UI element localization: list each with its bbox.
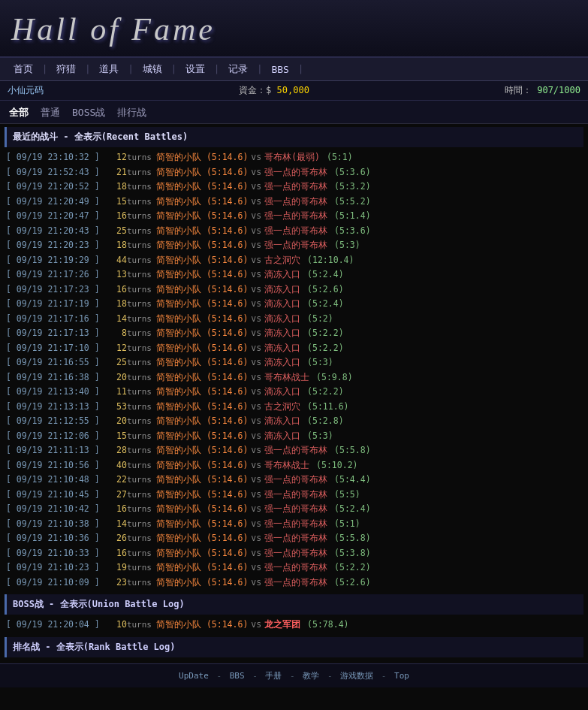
footer-sep: - [373, 671, 394, 681]
battle-row: [ 09/19 21:10:33 ] 16turns 简智的小队 (5:14.6… [5, 546, 583, 561]
battle-turns: 20turns [115, 371, 156, 385]
nav-sep-6: | [255, 64, 264, 74]
battle-vs: vs [248, 151, 264, 164]
nav-hunt[interactable]: 狩猎 [49, 61, 83, 77]
battle-team: 简智的小队 (5:14.6) [156, 239, 248, 252]
battle-turns: 16turns [115, 503, 156, 516]
battle-team: 简智的小队 (5:14.6) [156, 210, 248, 222]
battle-row: [ 09/19 21:20:43 ] 25turns 简智的小队 (5:14.6… [5, 224, 583, 239]
filter-boss[interactable]: BOSS战 [71, 105, 107, 120]
battle-enemy: 强一点的哥布林 [264, 473, 327, 486]
battle-score: (5:1.4) [329, 210, 370, 222]
battle-team: 简智的小队 (5:14.6) [156, 283, 248, 296]
battle-vs: vs [248, 313, 264, 325]
battle-vs: vs [248, 239, 264, 252]
footer-link-top[interactable]: Top [394, 671, 409, 681]
battle-vs: vs [248, 430, 264, 443]
battle-enemy: 强一点的哥布林 [264, 503, 327, 515]
battle-time: [ 09/19 21:10:42 ] [6, 503, 115, 515]
battle-row: [ 09/19 21:11:13 ] 28turns 简智的小队 (5:14.6… [5, 443, 583, 458]
battle-enemy: 哥布林战士 [264, 459, 309, 472]
battle-row: [ 09/19 21:17:19 ] 18turns 简智的小队 (5:14.6… [5, 297, 583, 312]
battle-row: [ 09/19 21:12:06 ] 15turns 简智的小队 (5:14.6… [5, 429, 583, 444]
page-title: Hall of Fame [11, 11, 216, 47]
footer-link-教学[interactable]: 教学 [303, 671, 319, 681]
battle-enemy: 哥布林战士 [264, 371, 309, 384]
battle-row: [ 09/19 21:19:29 ] 44turns 简智的小队 (5:14.6… [5, 253, 583, 268]
battle-time: [ 09/19 21:20:43 ] [6, 225, 115, 237]
battle-turns: 53turns [115, 400, 156, 414]
nav-sep-4: | [170, 64, 178, 74]
battle-row: [ 09/19 21:52:43 ] 21turns 简智的小队 (5:14.6… [5, 165, 583, 180]
battle-turns: 25turns [115, 356, 156, 370]
battle-score: (5:2.6) [302, 283, 343, 296]
battle-time: [ 09/19 21:20:04 ] [6, 618, 115, 631]
battle-enemy: 古之洞穴 [264, 254, 300, 267]
battle-enemy: 强一点的哥布林 [264, 518, 327, 530]
nav-sep-7: | [297, 64, 305, 74]
battle-score: (5:3) [302, 430, 333, 443]
battle-enemy: 强一点的哥布林 [264, 195, 327, 208]
footer-sep: - [319, 671, 340, 681]
battle-turns: 16turns [115, 210, 156, 223]
battle-enemy: 强一点的哥布林 [264, 166, 327, 179]
nav-sep-2: | [83, 64, 92, 74]
battle-time: [ 09/19 21:13:13 ] [6, 400, 115, 413]
nav-bbs[interactable]: BBS [264, 62, 296, 77]
battle-team: 简智的小队 (5:14.6) [156, 151, 248, 164]
battle-score: (5:3) [329, 239, 360, 252]
footer-link-手册[interactable]: 手册 [265, 671, 282, 681]
battle-enemy: 古之洞穴 [264, 400, 300, 413]
filter-normal[interactable]: 普通 [39, 105, 62, 120]
battle-score: (5:78.4) [302, 618, 348, 631]
battle-team: 简智的小队 (5:14.6) [156, 547, 248, 560]
battle-time: [ 09/19 23:10:32 ] [6, 151, 115, 164]
battle-time: [ 09/19 21:17:13 ] [6, 327, 115, 340]
battle-vs: vs [248, 618, 264, 631]
battle-team: 简智的小队 (5:14.6) [156, 430, 248, 443]
footer-link-游戏数据[interactable]: 游戏数据 [340, 671, 373, 681]
battle-enemy: 强一点的哥布林 [264, 180, 327, 193]
battle-time: [ 09/19 21:20:47 ] [6, 210, 115, 222]
filter-rank[interactable]: 排行战 [116, 105, 148, 120]
battle-vs: vs [248, 327, 264, 340]
battle-vs: vs [248, 356, 264, 369]
battle-time: [ 09/19 21:10:38 ] [6, 518, 115, 530]
nav-city[interactable]: 城镇 [135, 61, 170, 77]
battle-turns: 14turns [115, 313, 156, 326]
battle-team: 简智的小队 (5:14.6) [156, 313, 248, 325]
battle-vs: vs [248, 166, 264, 179]
battle-vs: vs [248, 547, 264, 560]
battle-enemy: 强一点的哥布林 [264, 576, 327, 589]
recent-header-text: 最近的战斗 - 全表示(Recent Battles) [13, 131, 188, 142]
battle-time: [ 09/19 21:10:36 ] [6, 532, 115, 545]
battle-row: [ 09/19 21:17:10 ] 12turns 简智的小队 (5:14.6… [5, 341, 583, 356]
battle-score: (5:4.4) [329, 473, 370, 486]
battle-turns: 18turns [115, 298, 156, 311]
battle-enemy: 滴冻入口 [264, 268, 300, 281]
footer-link-bbs[interactable]: BBS [230, 671, 245, 681]
battle-row: [ 09/19 21:17:16 ] 14turns 简智的小队 (5:14.6… [5, 312, 583, 327]
battle-time: [ 09/19 21:52:43 ] [6, 166, 115, 179]
recent-section-header: 最近的战斗 - 全表示(Recent Battles) [5, 127, 583, 147]
battle-vs: vs [248, 210, 264, 222]
battle-row: [ 09/19 23:10:32 ] 12turns 简智的小队 (5:14.6… [5, 150, 583, 165]
nav-items[interactable]: 道具 [92, 61, 126, 77]
battle-team: 简智的小队 (5:14.6) [156, 166, 248, 179]
nav-records[interactable]: 记录 [221, 61, 255, 77]
nav-home[interactable]: 首页 [6, 61, 41, 77]
battle-vs: vs [248, 459, 264, 472]
battle-time: [ 09/19 21:20:23 ] [6, 239, 115, 252]
battle-vs: vs [248, 473, 264, 486]
battle-enemy: 强一点的哥布林 [264, 210, 327, 222]
battle-score: (5:9.8) [311, 371, 352, 384]
username-display: 小仙元码 [8, 84, 44, 97]
battle-turns: 28turns [115, 444, 156, 458]
status-bar: 小仙元码 資金：$ 50,000 時間： 907/1000 [0, 81, 588, 101]
nav-settings[interactable]: 设置 [178, 61, 213, 77]
battle-turns: 8turns [115, 327, 156, 340]
battle-enemy: 滴冻入口 [264, 385, 300, 398]
battle-time: [ 09/19 21:20:52 ] [6, 180, 115, 193]
filter-all[interactable]: 全部 [8, 105, 30, 120]
footer-link-update[interactable]: UpDate [179, 671, 209, 681]
